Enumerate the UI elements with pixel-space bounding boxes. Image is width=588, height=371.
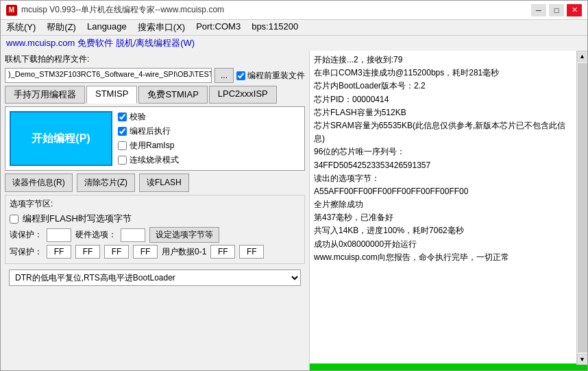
write-protect-input-0[interactable]: [47, 245, 71, 259]
read-protect-label: 读保护：: [10, 229, 42, 241]
scroll-down-arrow[interactable]: ▼: [577, 354, 588, 365]
reload-label: 编程前重装文件: [247, 70, 305, 82]
write-protect-row: 写保护： 用户数据0-1: [10, 245, 300, 259]
log-line: 共写入14KB，进度100%，耗时7062毫秒: [314, 224, 572, 237]
checkboxes: 校验 编程后执行 使用RamIsp 连续烧录模式: [118, 111, 179, 166]
menubar: 系统(Y) 帮助(Z) Language 搜索串口(X) Port:COM3 b…: [1, 20, 587, 36]
read-flash-button[interactable]: 读FLASH: [139, 173, 189, 192]
log-line: 34FFD50542523353426591357: [314, 159, 572, 172]
write-protect-input-1[interactable]: [75, 245, 100, 259]
erase-chip-button[interactable]: 清除芯片(Z): [77, 173, 135, 192]
continuous-check-row[interactable]: 连续烧录模式: [118, 154, 179, 166]
log-line: 读出的选项字节：: [314, 172, 572, 185]
tab-lpc[interactable]: LPC2xxxISP: [209, 86, 277, 104]
toolbar-row: www.mcuisp.com 免费软件 脱机/离线编程器(W): [1, 36, 587, 51]
write-protect-input-3[interactable]: [133, 245, 158, 259]
write-protect-label: 写保护：: [10, 246, 42, 258]
log-line: 芯片FLASH容量为512KB: [314, 106, 572, 119]
file-label: 联机下载拍的程序文件:: [5, 53, 89, 65]
exec-after-check-row[interactable]: 编程后执行: [118, 125, 179, 137]
user-data-input-1[interactable]: [239, 245, 264, 259]
set-options-button[interactable]: 设定选项字节等: [149, 227, 219, 243]
ramisp-label: 使用RamIsp: [130, 140, 174, 152]
user-data-label: 用户数据0-1: [162, 246, 206, 258]
close-button[interactable]: ✕: [567, 4, 582, 16]
log-line: www.mcuisp.com向您报告，命令执行完毕，一切正常: [314, 251, 572, 264]
file-path-display: )_Demo_STM32F103RCT6_Software_4-wire_SPI…: [5, 68, 212, 83]
hw-options-input[interactable]: FF: [121, 228, 145, 242]
read-info-button[interactable]: 读器件信息(R): [5, 173, 73, 192]
protect-check-row: 编程到FLASH时写选项字节: [10, 213, 300, 225]
title-bar-left: M mcuisp V0.993--单片机在线编程专家--www.mcuisp.c…: [6, 4, 224, 16]
menu-port[interactable]: Port:COM3: [196, 21, 241, 34]
log-line: 在串口COM3连接成功@115200bps，耗时281毫秒: [314, 67, 572, 80]
protect-flash-checkbox[interactable]: [10, 215, 19, 224]
verify-check-row[interactable]: 校验: [118, 111, 179, 123]
menu-help[interactable]: 帮助(Z): [47, 21, 76, 34]
log-area: 开始连接...2，接收到:79在串口COM3连接成功@115200bps，耗时2…: [310, 51, 576, 365]
main-content: 联机下载拍的程序文件: )_Demo_STM32F103RCT6_Softwar…: [1, 51, 587, 370]
dtr-select[interactable]: DTR的低电平复位,RTS高电平进BootLoader: [9, 270, 301, 286]
file-area-row: 联机下载拍的程序文件:: [5, 53, 305, 65]
verify-label: 校验: [130, 111, 146, 123]
menu-language[interactable]: Language: [87, 21, 127, 34]
log-line: A55AFF00FF00FF00FF00FF00FF00FF00: [314, 185, 572, 198]
log-line: 芯片PID：00000414: [314, 93, 572, 106]
scroll-up-arrow[interactable]: ▲: [577, 51, 588, 62]
tab-stmisp[interactable]: STMISP: [86, 86, 137, 104]
exec-after-label: 编程后执行: [130, 125, 171, 137]
bottom-row: DTR的低电平复位,RTS高电平进BootLoader: [5, 267, 305, 289]
log-line: 芯片内BootLoader版本号：2.2: [314, 80, 572, 93]
options-section: 选项字节区: 编程到FLASH时写选项字节 读保护： A5 硬件选项： FF 设…: [5, 195, 305, 264]
file-row: )_Demo_STM32F103RCT6_Software_4-wire_SPI…: [5, 68, 305, 83]
scroll-thumb[interactable]: [578, 63, 587, 352]
title-bar: M mcuisp V0.993--单片机在线编程专家--www.mcuisp.c…: [1, 1, 587, 20]
read-protect-row: 读保护： A5 硬件选项： FF 设定选项字节等: [10, 227, 300, 243]
window-controls: ─ □ ✕: [531, 4, 582, 16]
window-title: mcuisp V0.993--单片机在线编程专家--www.mcuisp.com: [21, 4, 224, 16]
log-line: 第437毫秒，已准备好: [314, 211, 572, 224]
browse-button[interactable]: ...: [215, 68, 234, 83]
hw-options-label: 硬件选项：: [75, 229, 117, 241]
tabs-row: 手持万用编程器 STMISP 免费STMIAP LPC2xxxISP: [5, 86, 305, 104]
read-protect-input[interactable]: A5: [47, 228, 71, 242]
menu-bps[interactable]: bps:115200: [252, 21, 298, 34]
tab-handheld[interactable]: 手持万用编程器: [5, 86, 85, 104]
reload-checkbox[interactable]: [236, 71, 245, 80]
action-buttons: 读器件信息(R) 清除芯片(Z) 读FLASH: [5, 173, 305, 192]
menu-search-port[interactable]: 搜索串口(X): [138, 21, 185, 34]
protect-label: 编程到FLASH时写选项字节: [23, 213, 132, 225]
reload-check: 编程前重装文件: [236, 70, 305, 82]
log-line: 全片擦除成功: [314, 198, 572, 211]
continuous-label: 连续烧录模式: [130, 154, 179, 166]
user-data-input-0[interactable]: [210, 245, 235, 259]
toolbar-link[interactable]: www.mcuisp.com 免费软件 脱机/离线编程器(W): [6, 38, 195, 48]
tab-content: 开始编程(P) 校验 编程后执行 使用RamIsp: [5, 106, 305, 171]
minimize-button[interactable]: ─: [531, 4, 546, 16]
options-title: 选项字节区:: [10, 198, 300, 210]
log-scroll-wrapper: 开始连接...2，接收到:79在串口COM3连接成功@115200bps，耗时2…: [310, 51, 587, 365]
main-window: M mcuisp V0.993--单片机在线编程专家--www.mcuisp.c…: [0, 0, 588, 371]
ramisp-check-row[interactable]: 使用RamIsp: [118, 140, 179, 152]
log-line: 成功从0x08000000开始运行: [314, 238, 572, 251]
log-line: 开始连接...2，接收到:79: [314, 53, 572, 67]
log-line: 芯片SRAM容量为65535KB(此信息仅供参考,新版本芯片已不包含此信息): [314, 119, 572, 145]
exec-after-checkbox[interactable]: [118, 127, 127, 136]
continuous-checkbox[interactable]: [118, 156, 127, 165]
right-scrollbar[interactable]: ▲ ▼: [576, 51, 587, 365]
write-protect-input-2[interactable]: [104, 245, 129, 259]
progress-bar: [310, 365, 587, 370]
right-panel: 开始连接...2，接收到:79在串口COM3连接成功@115200bps，耗时2…: [309, 51, 587, 370]
log-line: 96位的芯片唯一序列号：: [314, 145, 572, 158]
maximize-button[interactable]: □: [549, 4, 564, 16]
program-button[interactable]: 开始编程(P): [10, 111, 112, 166]
menu-system[interactable]: 系统(Y): [6, 21, 36, 34]
verify-checkbox[interactable]: [118, 112, 127, 121]
app-icon: M: [6, 5, 17, 16]
tab-stmiap[interactable]: 免费STMIAP: [138, 86, 207, 104]
ramisp-checkbox[interactable]: [118, 141, 127, 150]
left-panel: 联机下载拍的程序文件: )_Demo_STM32F103RCT6_Softwar…: [1, 51, 309, 370]
